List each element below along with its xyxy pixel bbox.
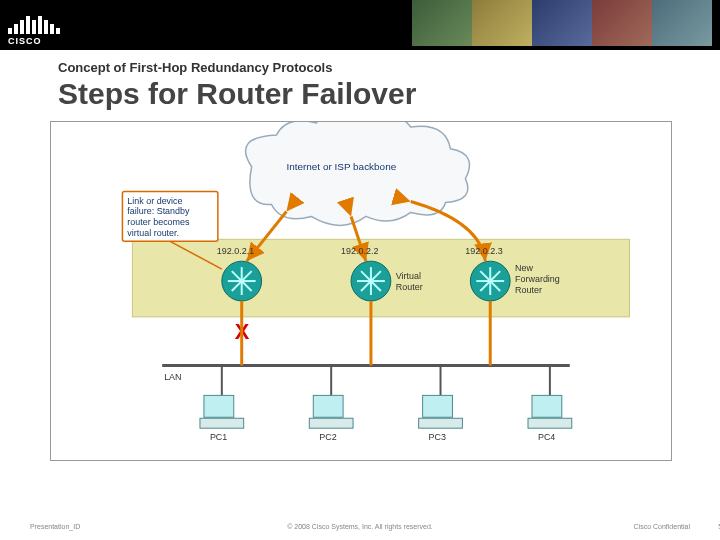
svg-text:failure: Standby: failure: Standby — [127, 206, 190, 216]
svg-rect-33 — [200, 418, 244, 428]
top-bar: CISCO — [0, 0, 720, 50]
logo-text: CISCO — [8, 36, 60, 46]
slide-footer: Presentation_ID © 2008 Cisco Systems, In… — [0, 523, 720, 530]
svg-text:router becomes: router becomes — [127, 217, 190, 227]
svg-text:192.0.2.1: 192.0.2.1 — [217, 246, 254, 256]
slide-header: Concept of First-Hop Redundancy Protocol… — [0, 50, 720, 121]
page-title: Steps for Router Failover — [58, 77, 720, 111]
svg-rect-35 — [313, 395, 343, 417]
svg-text:PC4: PC4 — [538, 432, 555, 442]
footer-left: Presentation_ID — [30, 523, 80, 530]
svg-text:Router: Router — [515, 285, 542, 295]
svg-text:PC2: PC2 — [319, 432, 336, 442]
svg-text:Router: Router — [396, 282, 423, 292]
network-diagram: Internet or ISP backbone Link or device … — [51, 122, 671, 460]
cloud-label: Internet or ISP backbone — [286, 161, 396, 172]
pc-2: PC2 — [309, 395, 353, 442]
svg-text:PC1: PC1 — [210, 432, 227, 442]
logo-bars-icon — [8, 16, 60, 34]
svg-text:virtual router.: virtual router. — [127, 228, 179, 238]
pc-1: PC1 — [200, 395, 244, 442]
diagram-container: Internet or ISP backbone Link or device … — [50, 121, 672, 461]
svg-rect-32 — [204, 395, 234, 417]
cisco-logo: CISCO — [8, 16, 60, 46]
pc-4: PC4 — [528, 395, 572, 442]
kicker-text: Concept of First-Hop Redundancy Protocol… — [58, 60, 720, 75]
svg-text:New: New — [515, 263, 533, 273]
svg-text:192.0.2.3: 192.0.2.3 — [465, 246, 502, 256]
svg-text:Link or device: Link or device — [127, 196, 182, 206]
footer-center: © 2008 Cisco Systems, Inc. All rights re… — [287, 523, 433, 530]
svg-rect-36 — [309, 418, 353, 428]
svg-text:PC3: PC3 — [429, 432, 446, 442]
svg-text:192.0.2.2: 192.0.2.2 — [341, 246, 378, 256]
svg-rect-38 — [423, 395, 453, 417]
svg-text:Forwarding: Forwarding — [515, 274, 560, 284]
svg-rect-39 — [419, 418, 463, 428]
svg-rect-42 — [528, 418, 572, 428]
lan-label: LAN — [164, 372, 181, 382]
header-photo-strip — [412, 0, 712, 46]
footer-right: Cisco Confidential — [634, 523, 690, 530]
pc-3: PC3 — [419, 395, 463, 442]
svg-rect-41 — [532, 395, 562, 417]
svg-text:Virtual: Virtual — [396, 271, 421, 281]
